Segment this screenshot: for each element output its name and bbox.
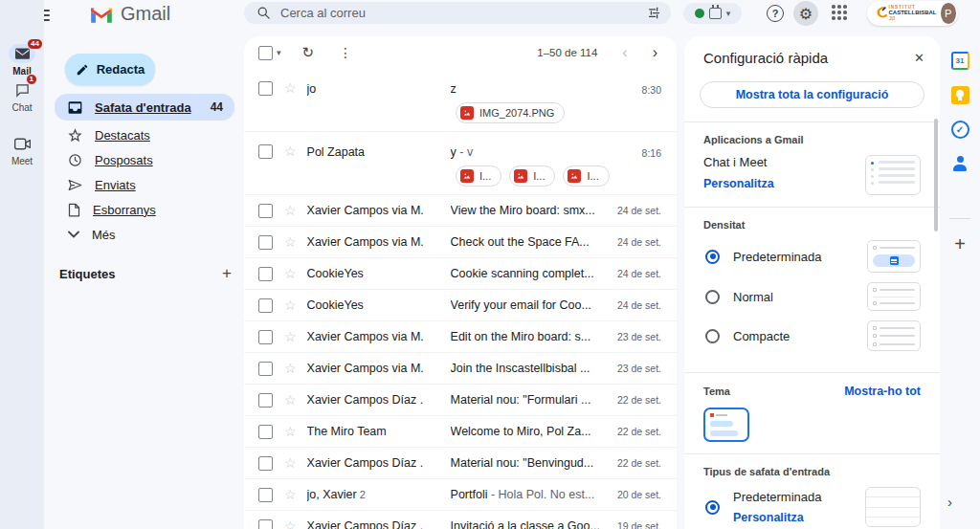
attachment-name: I... [533,170,545,182]
sidebar-item-drafts[interactable]: Esborranys [55,197,234,222]
email-checkbox[interactable] [258,81,273,96]
attachment-chip[interactable]: I... [509,165,555,187]
email-checkbox[interactable] [258,488,273,502]
calendar-button[interactable]: 31 [940,52,980,70]
inbox-type-radio[interactable] [705,500,720,515]
email-row[interactable]: ☆Xavier Campos Díaz .Material nou: "Benv… [244,448,677,479]
view-all-themes-link[interactable]: Mostra-ho tot [844,385,921,398]
sidebar-item-sent[interactable]: Enviats [55,172,234,197]
selected-theme-thumbnail[interactable] [703,408,749,442]
star-icon[interactable]: ☆ [284,329,297,344]
email-row[interactable]: ☆Xavier Campos via M.Check out the Space… [244,227,677,258]
star-icon[interactable]: ☆ [284,392,297,408]
customize-apps-link[interactable]: Personalitza [703,177,774,190]
email-checkbox[interactable] [258,330,273,344]
close-icon[interactable]: ✕ [914,51,924,65]
email-row[interactable]: ☆CookieYesCookie scanning complet...24 d… [244,258,677,290]
meet-pill [9,134,35,153]
email-checkbox[interactable] [258,144,273,159]
email-date: 23 de set. [613,331,677,342]
star-icon[interactable]: ☆ [284,80,297,96]
density-radio[interactable] [705,290,720,304]
email-checkbox[interactable] [258,235,273,250]
google-apps-button[interactable] [832,5,849,22]
search-options-icon[interactable] [647,6,661,20]
sidebar-item-more[interactable]: Més [55,222,234,247]
rail-item-meet[interactable]: Meet [0,134,44,166]
settings-title: Configuració ràpida [703,50,828,66]
older-page-icon[interactable]: › [653,44,657,61]
status-chevron-down-icon: ▾ [726,9,731,18]
email-subject: z [451,82,613,96]
email-checkbox[interactable] [258,362,273,376]
account-pill[interactable]: INSTITUT CASTELLBISBAL 30 P [867,1,958,26]
email-checkbox[interactable] [258,267,273,281]
star-icon[interactable]: ☆ [284,424,297,439]
email-row[interactable]: ☆Pol Zapatay - v8:16I...I...I... [244,132,677,195]
select-dropdown-icon[interactable]: ▾ [277,48,281,57]
star-icon[interactable]: ☆ [284,143,297,159]
compose-button[interactable]: Redacta [65,54,155,85]
rail-item-mail[interactable]: 44 Mail [0,44,44,77]
density-radio[interactable] [705,250,720,264]
email-row[interactable]: ☆Xavier Campos via M.View the Miro board… [244,195,677,227]
rail-item-chat[interactable]: 1 Chat [0,80,44,113]
inbox-type-default-option[interactable]: Predeterminada Personalitza [703,487,921,527]
get-addons-button[interactable]: + [940,233,980,255]
keep-button[interactable] [940,86,980,104]
star-icon[interactable]: ☆ [284,518,297,529]
email-row[interactable]: ☆Xavier Campos Díaz .Invitació a la clas… [244,511,677,529]
star-icon[interactable]: ☆ [284,298,297,313]
sidebar-item-starred[interactable]: Destacats [55,122,234,147]
email-row[interactable]: ☆joz8:30IMG_2074.PNG [244,69,677,132]
newer-page-icon[interactable]: ‹ [622,44,627,61]
chat-status-selector[interactable]: ▾ [683,3,742,24]
density-option[interactable]: Compacte [703,320,921,351]
search-input[interactable] [280,6,647,20]
star-icon[interactable]: ☆ [284,361,297,376]
star-icon[interactable]: ☆ [284,266,297,281]
email-row[interactable]: ☆Xavier Campos via M.Edit on the Miro bo… [244,321,677,353]
email-checkbox[interactable] [258,456,273,471]
refresh-icon[interactable]: ↻ [302,44,315,61]
settings-button[interactable]: ⚙ [793,1,818,26]
email-checkbox[interactable] [258,519,273,529]
email-checkbox[interactable] [258,393,273,408]
email-row[interactable]: ☆Xavier Campos via M.Join the Inscastell… [244,353,677,385]
show-side-panel-icon[interactable]: › [947,494,952,510]
see-all-settings-button[interactable]: Mostra tota la configuració [700,81,924,108]
star-icon[interactable]: ☆ [284,203,297,218]
density-radio[interactable] [705,329,720,343]
star-icon[interactable]: ☆ [284,487,297,502]
density-option[interactable]: Predeterminada [703,240,921,273]
attachment-chip[interactable]: IMG_2074.PNG [456,102,565,123]
subject-text: Join the Inscastellbisbal ... [451,362,590,375]
density-option[interactable]: Normal [703,282,921,311]
email-row[interactable]: ☆Xavier Campos Díaz .Material nou: "Form… [244,385,677,416]
email-checkbox[interactable] [258,425,273,439]
customize-inbox-link[interactable]: Personalitza [733,511,822,524]
star-icon[interactable]: ☆ [284,234,297,250]
email-row[interactable]: ☆CookieYesVerify your email for Coo...24… [244,290,677,321]
email-checkbox[interactable] [258,204,273,218]
density-label: Normal [733,290,773,304]
email-subject: y - v [451,145,613,159]
star-icon[interactable]: ☆ [284,455,297,471]
search-bar[interactable] [244,2,671,24]
sidebar-item-inbox[interactable]: Safata d'entrada 44 [55,94,234,121]
attachment-chip[interactable]: I... [563,165,609,187]
attachment-chip[interactable]: I... [456,165,501,187]
sidebar-item-snoozed[interactable]: Posposats [55,147,234,172]
avatar[interactable]: P [941,3,957,24]
select-all-checkbox[interactable] [258,46,273,60]
more-options-icon[interactable]: ⋮ [339,45,352,60]
tasks-button[interactable]: ✓ [940,121,980,139]
create-label-button[interactable]: + [222,264,232,283]
settings-scrollbar[interactable] [934,119,938,231]
email-checkbox[interactable] [258,298,273,313]
email-row[interactable]: ☆jo, Xavier 2Portfoli - Hola Pol. No est… [244,479,677,511]
email-row[interactable]: ☆The Miro TeamWelcome to Miro, Pol Za...… [244,416,677,448]
help-button[interactable]: ? [767,5,784,22]
contacts-button[interactable] [940,155,980,173]
thread-count: 2 [357,489,366,500]
